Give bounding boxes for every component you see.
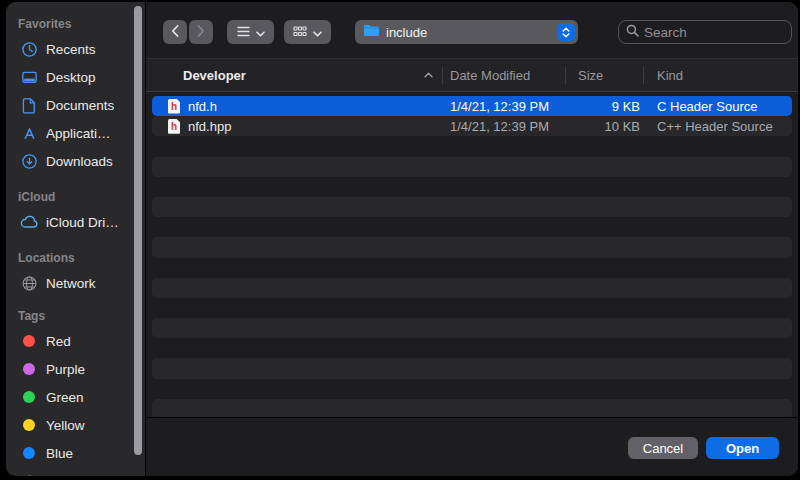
sidebar-item-applicati[interactable]: Applicati… (6, 119, 145, 147)
sidebar-item-yellow[interactable]: Yellow (6, 411, 145, 439)
all-tags-icon (19, 471, 39, 476)
file-list: hnfd.h1/4/21, 12:39 PM9 KBC Header Sourc… (146, 92, 798, 417)
column-header-developer[interactable]: Developer (183, 59, 246, 91)
search-input[interactable] (644, 25, 774, 40)
sidebar-item-purple[interactable]: Purple (6, 355, 145, 383)
chevron-left-icon (171, 25, 179, 40)
sidebar-item-recents[interactable]: Recents (6, 35, 145, 63)
empty-row (152, 217, 792, 237)
c-header-file-icon: h (168, 99, 180, 114)
file-row-nfd.hpp[interactable]: hnfd.hpp1/4/21, 12:39 PM10 KBC++ Header … (152, 116, 792, 136)
group-view-button[interactable] (284, 20, 331, 44)
sidebar-item-label: Yellow (46, 418, 85, 433)
current-folder-name: include (386, 25, 427, 40)
empty-row (152, 338, 792, 358)
column-header-kind[interactable]: Kind (657, 59, 683, 91)
download-icon (19, 151, 39, 171)
sidebar-item-blue[interactable]: Blue (6, 439, 145, 467)
file-row-nfd.h[interactable]: hnfd.h1/4/21, 12:39 PM9 KBC Header Sourc… (152, 96, 792, 116)
sidebar-item-label: Recents (46, 42, 96, 57)
sidebar-section-tags: TagsRedPurpleGreenYellowBlueAll Tags (6, 305, 145, 476)
file-size: 10 KB (552, 119, 640, 134)
empty-row (152, 358, 792, 378)
sidebar-section-locations: LocationsNetwork (6, 247, 145, 297)
cloud-icon (19, 212, 39, 232)
sidebar-section-icloud: iCloudiCloud Dri… (6, 186, 145, 236)
column-header-date-modified[interactable]: Date Modified (450, 59, 530, 91)
sidebar-item-label: Red (46, 334, 71, 349)
file-size: 9 KB (552, 99, 640, 114)
sidebar-item-label: Applicati… (46, 126, 111, 141)
sidebar-item-label: All Tags (46, 474, 93, 477)
chevron-down-icon (313, 25, 322, 40)
chevron-right-icon (197, 25, 205, 40)
sidebar-section-label: Locations (18, 247, 145, 269)
sidebar-scrollbar[interactable] (134, 6, 142, 455)
tag-dot (19, 415, 39, 435)
open-button[interactable]: Open (706, 437, 779, 459)
open-file-dialog: FavoritesRecentsDesktopDocumentsApplicat… (6, 2, 798, 476)
desktop-icon (19, 67, 39, 87)
sort-ascending-icon (424, 59, 433, 91)
empty-row (152, 157, 792, 177)
sidebar-item-icloud-dri[interactable]: iCloud Dri… (6, 208, 145, 236)
tag-dot (19, 443, 39, 463)
tag-dot (19, 359, 39, 379)
column-divider (565, 67, 566, 84)
sidebar-item-label: Blue (46, 446, 73, 461)
globe-icon (19, 273, 39, 293)
sidebar-item-all-tags[interactable]: All Tags (6, 467, 145, 476)
file-date-modified: 1/4/21, 12:39 PM (450, 119, 549, 134)
empty-row (152, 318, 792, 338)
sidebar: FavoritesRecentsDesktopDocumentsApplicat… (6, 2, 145, 476)
list-view-icon (237, 25, 250, 40)
empty-row (152, 278, 792, 298)
sidebar-sections: FavoritesRecentsDesktopDocumentsApplicat… (6, 13, 145, 476)
sidebar-section-label: Tags (18, 305, 145, 327)
search-icon (626, 23, 639, 41)
file-name: nfd.h (188, 99, 217, 114)
sidebar-item-network[interactable]: Network (6, 269, 145, 297)
list-header: Developer Date Modified Size Kind (146, 58, 798, 92)
current-folder-popup[interactable]: include (355, 20, 578, 44)
sidebar-item-desktop[interactable]: Desktop (6, 63, 145, 91)
empty-row (152, 379, 792, 399)
empty-row (152, 258, 792, 278)
sidebar-item-downloads[interactable]: Downloads (6, 147, 145, 175)
sidebar-item-label: Green (46, 390, 84, 405)
tag-dot (19, 387, 39, 407)
search-field[interactable] (618, 20, 792, 44)
document-icon (19, 95, 39, 115)
sidebar-item-label: Desktop (46, 70, 96, 85)
empty-row (152, 197, 792, 217)
sidebar-section-label: iCloud (18, 186, 145, 208)
cancel-button[interactable]: Cancel (628, 437, 698, 459)
forward-button[interactable] (189, 20, 213, 44)
tag-dot (19, 331, 39, 351)
file-kind: C++ Header Source (657, 119, 773, 134)
column-divider (442, 67, 443, 84)
popup-updown-icon (557, 23, 575, 41)
list-view-button[interactable] (227, 20, 274, 44)
sidebar-item-label: Documents (46, 98, 114, 113)
sidebar-section-favorites: FavoritesRecentsDesktopDocumentsApplicat… (6, 13, 145, 175)
clock-icon (19, 39, 39, 59)
sidebar-item-red[interactable]: Red (6, 327, 145, 355)
empty-row (152, 298, 792, 318)
file-date-modified: 1/4/21, 12:39 PM (450, 99, 549, 114)
sidebar-item-label: Downloads (46, 154, 113, 169)
sidebar-item-label: Network (46, 276, 96, 291)
column-header-size[interactable]: Size (578, 59, 603, 91)
empty-row (152, 177, 792, 197)
empty-row (152, 237, 792, 257)
footer: Cancel Open (146, 418, 798, 476)
folder-icon (363, 23, 380, 41)
sidebar-item-documents[interactable]: Documents (6, 91, 145, 119)
chevron-down-icon (256, 25, 265, 40)
empty-row (152, 399, 792, 417)
empty-row (152, 136, 792, 156)
file-name: nfd.hpp (188, 119, 231, 134)
sidebar-item-green[interactable]: Green (6, 383, 145, 411)
back-button[interactable] (163, 20, 187, 44)
column-divider (643, 67, 644, 84)
